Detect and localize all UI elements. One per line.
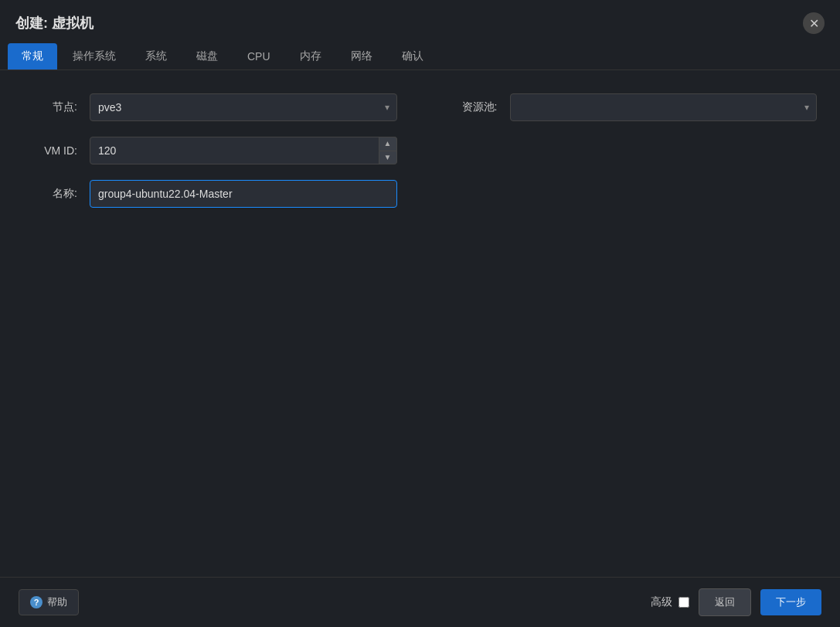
advanced-label: 高级 [618,595,672,609]
tab-bar: 常规 操作系统 系统 磁盘 CPU 内存 网络 确认 [0,43,840,70]
vm-id-label: VM ID: [23,144,77,157]
close-icon: ✕ [809,16,819,31]
tab-os[interactable]: 操作系统 [59,43,130,69]
vm-id-increment-btn[interactable]: ▲ [379,137,397,151]
help-icon: ? [30,596,43,608]
vm-id-input[interactable] [90,137,397,164]
advanced-section: 高级 [618,595,689,609]
vm-id-decrement-btn[interactable]: ▼ [379,151,397,165]
vm-id-spinner-wrapper: ▲ ▼ [90,137,397,164]
resource-pool-select-wrapper: ▾ [510,93,818,121]
back-button[interactable]: 返回 [699,588,751,616]
tab-general[interactable]: 常规 [8,43,57,69]
dialog-footer: ? 帮助 高级 返回 下一步 [0,577,840,627]
node-select-wrapper: pve3 ▾ [90,93,397,121]
node-label: 节点: [23,100,77,114]
footer-right: 高级 返回 下一步 [618,588,821,616]
name-label: 名称: [23,187,77,201]
footer-left: ? 帮助 [19,589,79,615]
vm-id-spinner-btns: ▲ ▼ [379,137,397,164]
resource-pool-row: 资源池: ▾ [444,93,818,121]
next-button[interactable]: 下一步 [760,589,821,615]
dialog-overlay: 创建: 虚拟机 ✕ 常规 操作系统 系统 磁盘 CPU 内存 [0,0,840,627]
resource-pool-label: 资源池: [444,100,498,114]
form-section: 节点: pve3 ▾ VM ID: ▲ [23,93,817,223]
form-left: 节点: pve3 ▾ VM ID: ▲ [23,93,397,223]
spinner-down-icon: ▼ [384,154,392,161]
dialog-header: 创建: 虚拟机 ✕ [0,0,840,43]
resource-pool-select[interactable] [510,93,818,121]
advanced-checkbox[interactable] [678,597,689,608]
form-right: 资源池: ▾ [444,93,818,223]
vm-id-row: VM ID: ▲ ▼ [23,137,397,164]
tab-cpu[interactable]: CPU [233,43,284,69]
name-row: 名称: [23,180,397,208]
help-label: 帮助 [47,595,67,609]
help-button[interactable]: ? 帮助 [19,589,79,615]
spinner-up-icon: ▲ [384,140,392,147]
tab-network[interactable]: 网络 [337,43,386,69]
tab-disk[interactable]: 磁盘 [182,43,232,69]
tab-memory[interactable]: 内存 [286,43,335,69]
dialog-title: 创建: 虚拟机 [15,14,94,32]
node-select[interactable]: pve3 [90,93,397,121]
tab-confirm[interactable]: 确认 [388,43,437,69]
tab-system[interactable]: 系统 [131,43,181,69]
close-button[interactable]: ✕ [803,12,825,34]
node-row: 节点: pve3 ▾ [23,93,397,121]
dialog-body: 节点: pve3 ▾ VM ID: ▲ [0,70,840,577]
create-vm-dialog: 创建: 虚拟机 ✕ 常规 操作系统 系统 磁盘 CPU 内存 [0,0,840,627]
name-input[interactable] [90,180,397,208]
